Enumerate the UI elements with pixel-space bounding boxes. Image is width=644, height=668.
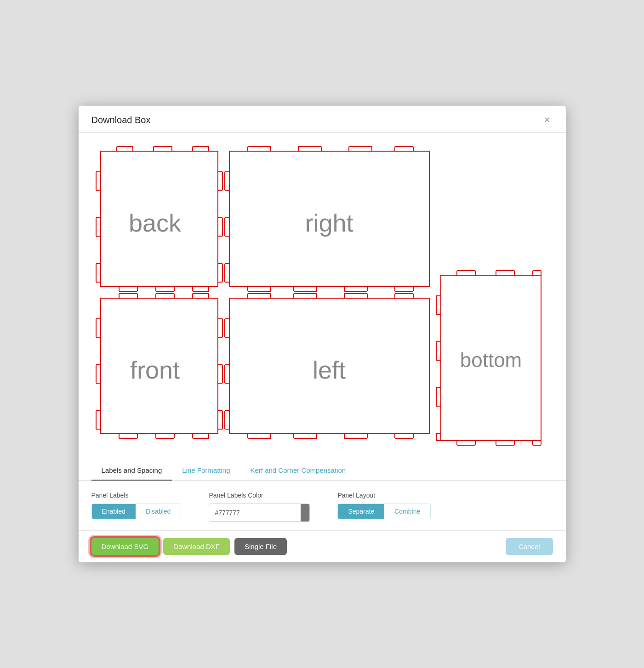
tabs-list: Labels and Spacing Line Formatting Kerf … <box>91 461 553 480</box>
box-preview-svg: back <box>91 142 553 454</box>
dialog-title: Download Box <box>91 115 151 125</box>
color-text-field[interactable] <box>209 505 301 520</box>
single-file-button[interactable]: Single File <box>234 538 287 555</box>
panel-layout-separate-button[interactable]: Separate <box>338 504 384 519</box>
panel-right: right <box>225 147 429 291</box>
panel-layout-label: Panel Layout <box>337 492 431 499</box>
svg-text:left: left <box>312 356 345 384</box>
cancel-button[interactable]: Cancel <box>506 538 553 555</box>
tab-line-formatting[interactable]: Line Formatting <box>172 461 240 481</box>
panel-bottom: bottom <box>436 271 541 445</box>
panel-labels-control: Panel Labels Enabled Disabled <box>91 492 182 519</box>
close-button[interactable]: × <box>541 114 553 126</box>
svg-text:back: back <box>128 209 181 237</box>
svg-text:right: right <box>305 209 353 237</box>
footer-left: Download SVG Download DXF Single File <box>91 538 287 555</box>
panel-labels-color-label: Panel Labels Color <box>209 492 310 499</box>
panel-layout-combine-button[interactable]: Combine <box>384 504 430 519</box>
color-swatch[interactable] <box>301 504 310 521</box>
download-dxf-button[interactable]: Download DXF <box>163 538 230 555</box>
svg-text:front: front <box>130 356 179 384</box>
download-svg-button[interactable]: Download SVG <box>91 538 159 555</box>
tabs-section: Labels and Spacing Line Formatting Kerf … <box>79 461 566 481</box>
panel-labels-label: Panel Labels <box>91 492 182 499</box>
panel-back: back <box>96 147 222 291</box>
panel-layout-toggle: Separate Combine <box>337 504 431 519</box>
panel-labels-color-control: Panel Labels Color <box>209 492 310 522</box>
tab-kerf-corner[interactable]: Kerf and Corner Compensation <box>240 461 356 481</box>
panel-labels-disabled-button[interactable]: Disabled <box>136 504 181 519</box>
tab-labels-spacing[interactable]: Labels and Spacing <box>91 461 172 481</box>
panel-layout-control: Panel Layout Separate Combine <box>337 492 431 519</box>
dialog-header: Download Box × <box>79 106 566 133</box>
dialog-footer: Download SVG Download DXF Single File Ca… <box>79 530 566 562</box>
panel-front: front <box>96 294 222 438</box>
color-input-group <box>209 504 310 522</box>
panel-labels-toggle: Enabled Disabled <box>91 504 182 519</box>
controls-section: Panel Labels Enabled Disabled Panel Labe… <box>79 481 566 530</box>
box-preview: back <box>79 133 566 459</box>
svg-text:bottom: bottom <box>460 349 522 371</box>
download-box-dialog: Download Box × <box>79 106 566 562</box>
panel-left: left <box>225 294 429 438</box>
panel-labels-enabled-button[interactable]: Enabled <box>92 504 136 519</box>
